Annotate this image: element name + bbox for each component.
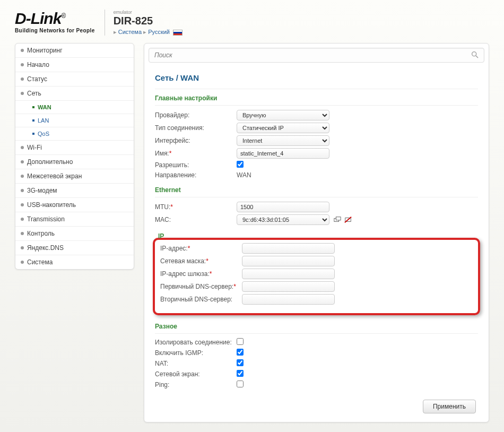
sidebar-item-usb[interactable]: USB-накопитель — [15, 198, 134, 212]
sidebar-item-advanced[interactable]: Дополнительно — [15, 155, 134, 169]
page-title: Сеть / WAN — [155, 73, 478, 89]
name-label: Имя:* — [155, 150, 237, 157]
sidebar-item-lan[interactable]: LAN — [15, 114, 134, 127]
mac-reset-icon[interactable] — [344, 216, 352, 223]
direction-label: Направление: — [155, 171, 237, 179]
mtu-label: MTU:* — [155, 203, 237, 211]
iface-label: Интерфейс: — [155, 137, 237, 144]
main-panel: Сеть / WAN Главные настройки Провайдер: … — [144, 43, 489, 422]
conn-type-select[interactable]: Статический IP — [237, 123, 329, 133]
bc-language[interactable]: Русский — [148, 29, 170, 35]
igmp-label: Включить IGMP: — [155, 349, 237, 357]
dns2-input[interactable] — [242, 294, 335, 305]
section-ip: IP — [158, 232, 471, 240]
search-icon[interactable] — [471, 50, 479, 59]
sidebar-item-home[interactable]: Начало — [15, 58, 134, 72]
ping-checkbox[interactable] — [237, 381, 244, 387]
logo: D-Link® Building Networks for People — [15, 10, 95, 33]
allow-label: Разрешить: — [155, 161, 237, 169]
model-name: DIR-825 — [114, 15, 183, 27]
apply-button[interactable]: Применить — [423, 400, 476, 413]
logo-text: D-Link — [15, 10, 61, 27]
sidebar-item-3g[interactable]: 3G-модем — [15, 184, 134, 198]
nat-checkbox[interactable] — [237, 359, 244, 366]
sidebar-item-control[interactable]: Контроль — [15, 227, 134, 241]
header-breadcrumb: ▸ Система ▸ Русский — [114, 29, 183, 36]
conn-type-label: Тип соединения: — [155, 124, 237, 132]
netmask-input[interactable] — [242, 256, 335, 266]
header: D-Link® Building Networks for People emu… — [15, 10, 489, 36]
allow-checkbox[interactable] — [237, 161, 244, 168]
fw-label: Сетевой экран: — [155, 370, 237, 378]
igmp-checkbox[interactable] — [237, 349, 244, 356]
sidebar-item-transmission[interactable]: Transmission — [15, 212, 134, 227]
mac-select[interactable]: 9c:d6:43:3d:01:05 — [237, 214, 329, 225]
ping-label: Ping: — [155, 381, 237, 388]
dns2-label: Вторичный DNS-сервер: — [160, 296, 242, 303]
iface-select[interactable]: Internet — [237, 135, 329, 146]
provider-select[interactable]: Вручную — [237, 110, 329, 120]
dns1-label: Первичный DNS-сервер:* — [160, 283, 242, 290]
sidebar-item-yandexdns[interactable]: Яндекс.DNS — [15, 241, 134, 255]
mac-clone-icon[interactable] — [334, 216, 341, 223]
sidebar-item-system[interactable]: Система — [15, 255, 134, 269]
ip-addr-label: IP-адрес:* — [160, 245, 242, 252]
sidebar: Мониторинг Начало Статус Сеть WAN LAN Qo… — [15, 43, 134, 422]
mac-label: MAC: — [155, 216, 237, 223]
search-input[interactable] — [149, 48, 484, 63]
svg-rect-3 — [336, 217, 341, 220]
bc-system[interactable]: Система — [118, 29, 142, 35]
logo-tagline: Building Networks for People — [15, 28, 95, 33]
gateway-input[interactable] — [242, 269, 335, 279]
model-block: emulator DIR-825 ▸ Система ▸ Русский — [105, 10, 183, 36]
svg-point-0 — [472, 52, 476, 56]
sidebar-item-wan[interactable]: WAN — [15, 101, 134, 114]
flag-russia-icon — [173, 30, 183, 36]
name-input[interactable] — [237, 148, 329, 159]
sidebar-item-qos[interactable]: QoS — [15, 127, 134, 141]
isolate-label: Изолировать соединение: — [155, 339, 237, 346]
fw-checkbox[interactable] — [237, 370, 244, 377]
direction-value: WAN — [237, 171, 251, 179]
ip-addr-input[interactable] — [242, 243, 335, 254]
netmask-label: Сетевая маска:* — [160, 257, 242, 265]
nat-label: NAT: — [155, 360, 237, 367]
sidebar-item-status[interactable]: Статус — [15, 72, 134, 87]
section-main: Главные настройки — [155, 89, 478, 106]
svg-line-1 — [476, 56, 478, 58]
sidebar-item-monitoring[interactable]: Мониторинг — [15, 44, 134, 58]
sidebar-item-firewall[interactable]: Межсетевой экран — [15, 169, 134, 184]
isolate-checkbox[interactable] — [237, 338, 244, 345]
gateway-label: IP-адрес шлюза:* — [160, 270, 242, 278]
sidebar-item-wifi[interactable]: Wi-Fi — [15, 141, 134, 155]
ip-highlight-box: IP IP-адрес:* Сетевая маска:* IP-адрес ш… — [153, 238, 480, 315]
section-misc: Разное — [155, 317, 478, 334]
provider-label: Провайдер: — [155, 111, 237, 119]
sidebar-item-network[interactable]: Сеть — [15, 87, 134, 101]
mtu-input[interactable] — [237, 202, 329, 212]
dns1-input[interactable] — [242, 281, 335, 292]
section-ethernet: Ethernet — [155, 181, 478, 197]
emulator-label: emulator — [114, 10, 183, 15]
